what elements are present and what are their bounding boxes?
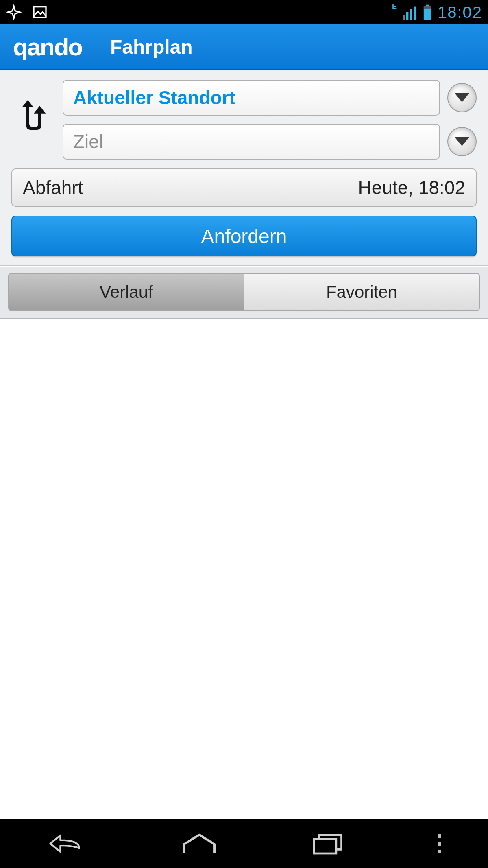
departure-value: Heute, 18:02 — [358, 177, 465, 199]
tab-history[interactable]: Verlauf — [8, 273, 244, 311]
chevron-down-icon — [455, 93, 469, 102]
origin-input[interactable]: Aktueller Standort — [63, 80, 440, 116]
home-icon[interactable] — [181, 832, 218, 855]
destination-placeholder: Ziel — [73, 131, 103, 153]
tab-history-label: Verlauf — [100, 282, 153, 302]
menu-icon[interactable] — [438, 834, 441, 853]
tabs: Verlauf Favoriten — [0, 266, 488, 319]
status-clock: 18:02 — [438, 3, 482, 22]
empty-content — [0, 319, 488, 819]
recent-apps-icon[interactable] — [312, 832, 344, 855]
image-icon — [32, 4, 48, 20]
origin-dropdown-button[interactable] — [447, 83, 477, 112]
svg-rect-1 — [403, 15, 405, 20]
origin-value: Aktueller Standort — [73, 87, 235, 109]
destination-dropdown-button[interactable] — [447, 127, 477, 156]
android-status-bar: E 18:02 — [0, 0, 488, 24]
svg-rect-3 — [410, 9, 412, 20]
page-title: Fahrplan — [96, 36, 193, 58]
request-button-label: Anfordern — [201, 225, 287, 247]
tab-favorites[interactable]: Favoriten — [244, 273, 480, 311]
signal-icon — [403, 5, 417, 20]
app-bar: qando Fahrplan — [0, 24, 488, 70]
svg-rect-5 — [426, 5, 429, 7]
brand-logo: qando — [0, 24, 96, 69]
android-nav-bar — [0, 819, 488, 868]
svg-rect-4 — [414, 7, 416, 20]
trip-form: Aktueller Standort Ziel Abfahrt Heute, 1… — [0, 70, 488, 266]
destination-input[interactable]: Ziel — [63, 124, 440, 160]
gps-icon — [6, 4, 22, 20]
battery-icon — [423, 4, 432, 20]
back-icon[interactable] — [47, 832, 87, 855]
departure-time-button[interactable]: Abfahrt Heute, 18:02 — [11, 168, 477, 207]
chevron-down-icon — [455, 137, 469, 146]
swap-locations-icon[interactable] — [16, 98, 52, 141]
svg-rect-9 — [314, 839, 336, 853]
svg-rect-0 — [34, 7, 46, 18]
request-button[interactable]: Anfordern — [11, 216, 477, 256]
svg-rect-2 — [406, 12, 408, 20]
tab-favorites-label: Favoriten — [326, 282, 397, 302]
departure-label: Abfahrt — [23, 177, 83, 199]
svg-rect-7 — [424, 6, 431, 8]
network-type-label: E — [392, 2, 397, 11]
